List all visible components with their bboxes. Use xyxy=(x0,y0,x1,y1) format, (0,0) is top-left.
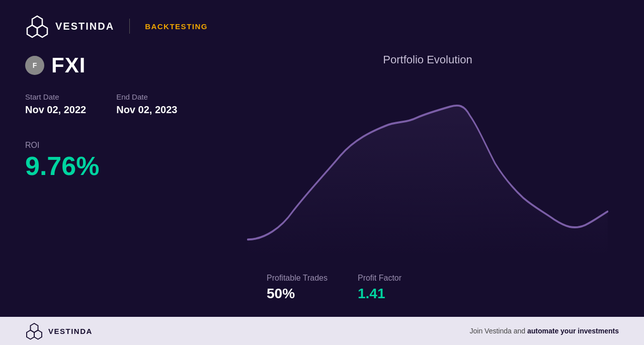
start-date-block: Start Date Nov 02, 2022 xyxy=(25,93,86,116)
footer: VESTINDA Join Vestinda and automate your… xyxy=(0,317,644,345)
end-date-label: End Date xyxy=(116,93,177,101)
svg-marker-4 xyxy=(27,330,34,339)
roi-section: ROI 9.76% xyxy=(25,141,216,179)
profitable-trades-block: Profitable Trades 50% xyxy=(267,274,328,302)
footer-cta: Join Vestinda and automate your investme… xyxy=(470,327,619,335)
footer-logo-text: VESTINDA xyxy=(48,327,93,335)
profit-factor-label: Profit Factor xyxy=(358,274,401,283)
stats-row: Profitable Trades 50% Profit Factor 1.41 xyxy=(236,264,619,307)
svg-marker-5 xyxy=(34,330,42,339)
end-date-value: Nov 02, 2023 xyxy=(116,104,177,116)
svg-marker-2 xyxy=(37,25,47,37)
ticker-row: F FXI xyxy=(25,53,216,77)
footer-logo-area: VESTINDA xyxy=(25,322,93,340)
section-label: BACKTESTING xyxy=(145,22,208,31)
end-date-block: End Date Nov 02, 2023 xyxy=(116,93,177,116)
footer-logo-icon xyxy=(25,322,43,340)
body-area: F FXI Start Date Nov 02, 2022 End Date N… xyxy=(0,48,644,317)
svg-marker-1 xyxy=(27,25,37,37)
vestinda-logo-icon xyxy=(25,14,49,38)
header: VESTINDA BACKTESTING xyxy=(0,0,644,48)
logo-text: VESTINDA xyxy=(55,21,114,32)
avatar: F xyxy=(25,56,44,75)
header-divider xyxy=(129,19,130,34)
start-date-label: Start Date xyxy=(25,93,86,101)
dates-row: Start Date Nov 02, 2022 End Date Nov 02,… xyxy=(25,93,216,116)
left-panel: F FXI Start Date Nov 02, 2022 End Date N… xyxy=(25,53,216,307)
chart-area xyxy=(236,71,619,264)
roi-value: 9.76% xyxy=(25,153,216,179)
profit-factor-value: 1.41 xyxy=(358,286,401,302)
ticker-symbol: FXI xyxy=(51,53,86,77)
roi-label: ROI xyxy=(25,141,216,150)
chart-title: Portfolio Evolution xyxy=(236,53,619,66)
portfolio-chart xyxy=(236,71,619,264)
logo-area: VESTINDA xyxy=(25,14,114,38)
right-panel: Portfolio Evolution Profitabl xyxy=(236,53,619,307)
profit-factor-block: Profit Factor 1.41 xyxy=(358,274,401,302)
profitable-trades-value: 50% xyxy=(267,286,328,302)
profitable-trades-label: Profitable Trades xyxy=(267,274,328,283)
start-date-value: Nov 02, 2022 xyxy=(25,104,86,116)
